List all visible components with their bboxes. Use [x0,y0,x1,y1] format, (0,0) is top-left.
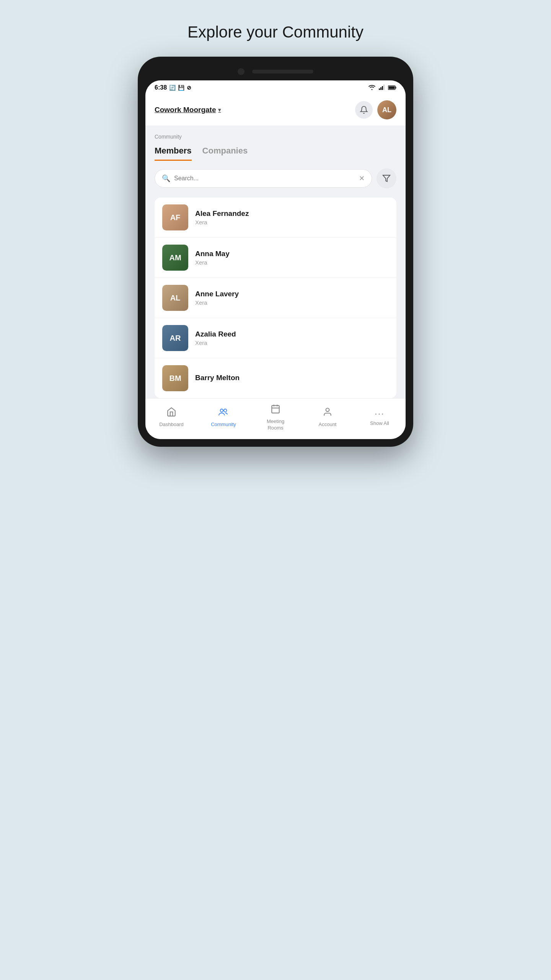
svg-rect-5 [396,87,396,88]
community-icon [218,407,229,420]
search-clear-button[interactable]: ✕ [359,174,365,183]
nav-show-all[interactable]: ··· Show All [360,408,399,427]
nav-show-all-label: Show All [370,420,389,427]
nav-dashboard-label: Dashboard [159,421,184,428]
member-name: Anne Lavery [195,290,239,298]
battery-icon [388,85,396,91]
sd-icon: 💾 [178,85,184,91]
nav-dashboard[interactable]: Dashboard [152,407,191,428]
account-icon [323,407,333,420]
svg-point-14 [326,408,329,412]
tab-members[interactable]: Members [155,146,192,161]
member-avatar: BM [162,365,188,391]
chevron-down-icon: ▾ [218,107,221,113]
section-label: Community [155,134,396,140]
member-list: AF Alea Fernandez Xera AM Anna May Xera … [155,198,396,398]
svg-rect-1 [380,87,381,90]
user-avatar-button[interactable]: AL [377,100,396,119]
more-icon: ··· [375,408,385,418]
search-icon: 🔍 [162,174,170,183]
svg-rect-2 [382,86,383,90]
member-name: Anna May [195,250,230,258]
member-company: Xera [195,299,239,306]
phone-screen: 6:38 🔄 💾 ⊘ Cowork Moorgate [145,80,406,439]
front-camera [238,68,245,75]
dnd-icon: ⊘ [187,85,191,91]
signal-icon [379,85,385,91]
bottom-navigation: Dashboard Community [145,398,406,439]
member-item[interactable]: AF Alea Fernandez Xera [155,198,396,238]
wifi-icon [368,85,376,91]
nav-community-label: Community [211,421,236,428]
tab-companies[interactable]: Companies [202,146,248,161]
member-item[interactable]: AL Anne Lavery Xera [155,278,396,318]
svg-rect-0 [379,88,380,90]
nav-meeting-rooms[interactable]: Meeting Rooms [256,404,295,431]
search-input[interactable] [174,175,355,182]
nav-account-label: Account [319,421,337,428]
earpiece [252,70,313,74]
notifications-button[interactable] [355,101,373,119]
workspace-selector[interactable]: Cowork Moorgate ▾ [155,106,221,114]
member-avatar: AR [162,325,188,351]
member-name: Barry Melton [195,374,240,382]
status-bar: 6:38 🔄 💾 ⊘ [145,80,406,95]
member-company: Xera [195,340,236,346]
svg-point-9 [224,409,227,412]
member-item[interactable]: AR Azalia Reed Xera [155,318,396,358]
member-item[interactable]: BM Barry Melton [155,358,396,398]
member-avatar: AL [162,285,188,311]
member-avatar: AM [162,245,188,271]
svg-marker-7 [383,175,390,182]
tabs-container: Members Companies [155,146,396,161]
search-row: 🔍 ✕ [155,168,396,188]
home-icon [166,407,176,420]
svg-rect-3 [383,85,385,90]
member-name: Alea Fernandez [195,209,249,218]
search-container: 🔍 ✕ [155,169,372,188]
nav-meeting-rooms-label: Meeting Rooms [267,418,284,431]
svg-rect-10 [272,405,279,413]
member-company: Xera [195,219,249,225]
svg-point-8 [220,409,223,412]
main-content: Community Members Companies 🔍 ✕ [145,126,406,398]
status-time: 6:38 [155,84,167,91]
page-title: Explore your Community [187,23,364,41]
phone-top [145,64,406,80]
filter-button[interactable] [377,168,396,188]
member-item[interactable]: AM Anna May Xera [155,238,396,278]
member-name: Azalia Reed [195,330,236,338]
calendar-icon [271,404,280,416]
svg-rect-6 [389,86,395,89]
member-company: Xera [195,259,230,266]
app-header: Cowork Moorgate ▾ AL [145,95,406,126]
member-avatar: AF [162,204,188,230]
nav-community[interactable]: Community [204,407,243,428]
phone-device: 6:38 🔄 💾 ⊘ Cowork Moorgate [138,57,413,447]
sync-icon: 🔄 [169,85,176,91]
nav-account[interactable]: Account [308,407,347,428]
